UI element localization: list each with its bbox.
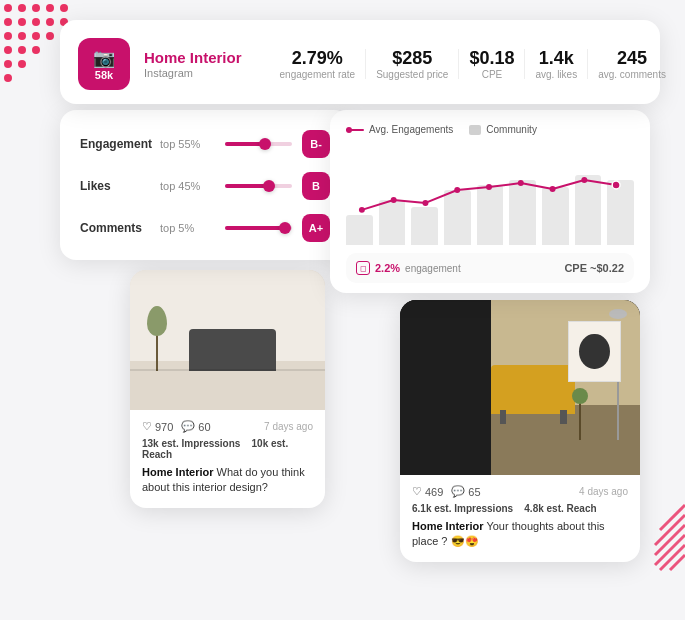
bar-1 xyxy=(346,215,373,245)
plant-top xyxy=(147,306,167,336)
stat-suggested-price: $285 Suggested price xyxy=(366,48,458,80)
chart-card: Avg. Engagements Community xyxy=(330,110,650,293)
impressions-value: 6.1k xyxy=(412,503,431,514)
svg-point-0 xyxy=(4,4,12,12)
chair-body xyxy=(491,365,575,414)
svg-point-10 xyxy=(4,32,12,40)
svg-point-8 xyxy=(46,18,54,26)
plant xyxy=(146,308,169,371)
legend-label: Community xyxy=(486,124,537,135)
chair xyxy=(491,344,575,414)
impressions-label: est. Impressions xyxy=(161,438,240,449)
instagram-icon: 📷 xyxy=(93,47,115,69)
plant-top xyxy=(572,388,588,404)
instagram-small-icon: ◻ xyxy=(356,261,370,275)
stat-cpe: $0.18 CPE xyxy=(459,48,524,80)
plant-stem xyxy=(156,333,158,371)
post-impressions-left: 13k est. Impressions 10k est. Reach xyxy=(142,438,313,460)
post-caption-left: Home Interior What do you think about th… xyxy=(142,465,313,496)
comments-badge: A+ xyxy=(302,214,330,242)
post-impressions-right: 6.1k est. Impressions 4.8k est. Reach xyxy=(412,503,628,514)
comments-slider xyxy=(225,226,292,230)
post-meta-left: ♡ 970 💬 60 7 days ago xyxy=(142,420,313,433)
slider-track xyxy=(225,184,292,188)
svg-point-15 xyxy=(18,46,26,54)
caption-author: Home Interior xyxy=(142,466,214,478)
post-image-left xyxy=(130,270,325,410)
door xyxy=(400,300,491,475)
bar-8 xyxy=(575,175,602,245)
chart-area xyxy=(346,145,634,245)
svg-point-6 xyxy=(18,18,26,26)
svg-point-3 xyxy=(46,4,54,12)
comments-row: Comments top 5% A+ xyxy=(80,214,330,242)
shadow xyxy=(130,369,325,371)
lamp-head xyxy=(609,309,627,319)
likes-badge: B xyxy=(302,172,330,200)
post-body-left: ♡ 970 💬 60 7 days ago 13k est. Impressio… xyxy=(130,410,325,508)
slider-thumb[interactable] xyxy=(259,138,271,150)
slider-thumb[interactable] xyxy=(279,222,291,234)
post-card-left: ♡ 970 💬 60 7 days ago 13k est. Impressio… xyxy=(130,270,325,508)
stat-value: 245 xyxy=(598,48,666,69)
slider-fill xyxy=(225,226,285,230)
like-item: ♡ 469 xyxy=(412,485,443,498)
slider-track xyxy=(225,226,292,230)
chart-footer: ◻ 2.2% engagement CPE ~$0.22 xyxy=(346,253,634,283)
svg-point-4 xyxy=(60,4,68,12)
legend-label: Avg. Engagements xyxy=(369,124,453,135)
heart-icon: ♡ xyxy=(142,420,152,433)
profile-name: Home Interior xyxy=(144,49,242,67)
stat-value: 2.79% xyxy=(280,48,356,69)
svg-point-19 xyxy=(4,74,12,82)
bar-2 xyxy=(379,200,406,245)
plant-stem xyxy=(579,403,581,440)
svg-point-18 xyxy=(18,60,26,68)
wall-art xyxy=(568,321,621,382)
plant xyxy=(568,388,592,441)
stat-label: engagement rate xyxy=(280,69,356,80)
post-card-right: ♡ 469 💬 65 4 days ago 6.1k est. Impressi… xyxy=(400,300,640,562)
comments-top: top 5% xyxy=(160,222,215,234)
bar-icon xyxy=(469,125,481,135)
engagement-label: Engagement xyxy=(80,137,150,151)
svg-point-14 xyxy=(4,46,12,54)
post-body-right: ♡ 469 💬 65 4 days ago 6.1k est. Impressi… xyxy=(400,475,640,562)
post-image-right xyxy=(400,300,640,475)
stat-avg-comments: 245 avg. comments xyxy=(588,48,676,80)
chart-bars xyxy=(346,155,634,245)
comment-item: 💬 65 xyxy=(451,485,480,498)
bar-7 xyxy=(542,187,569,245)
stat-value: 1.4k xyxy=(535,48,577,69)
impressions-label: est. Impressions xyxy=(434,503,513,514)
comment-icon: 💬 xyxy=(451,485,465,498)
impressions-value: 13k xyxy=(142,438,159,449)
art-circle xyxy=(579,334,609,370)
legend-community: Community xyxy=(469,124,537,135)
chart-insta-row: ◻ 2.2% engagement xyxy=(356,261,461,275)
bar-3 xyxy=(411,207,438,245)
post-likes-comments: ♡ 970 💬 60 xyxy=(142,420,211,433)
engagement-badge: B- xyxy=(302,130,330,158)
stat-label: avg. comments xyxy=(598,69,666,80)
stat-label: Suggested price xyxy=(376,69,448,80)
svg-point-1 xyxy=(18,4,26,12)
svg-point-16 xyxy=(32,46,40,54)
like-item: ♡ 970 xyxy=(142,420,173,433)
reach-value: 4.8k xyxy=(524,503,543,514)
stat-label: CPE xyxy=(469,69,514,80)
profile-platform: Instagram xyxy=(144,67,242,79)
slider-thumb[interactable] xyxy=(263,180,275,192)
svg-point-11 xyxy=(18,32,26,40)
engagement-top: top 55% xyxy=(160,138,215,150)
comments-label: Comments xyxy=(80,221,150,235)
engagement-card: Engagement top 55% B- Likes top 45% B Co… xyxy=(60,110,350,260)
comment-item: 💬 60 xyxy=(181,420,210,433)
like-count: 469 xyxy=(425,486,443,498)
stat-value: $0.18 xyxy=(469,48,514,69)
likes-slider xyxy=(225,184,292,188)
engagement-slider xyxy=(225,142,292,146)
engagement-pct: 2.2% xyxy=(375,262,400,274)
comment-count: 65 xyxy=(468,486,480,498)
stat-label: avg. likes xyxy=(535,69,577,80)
